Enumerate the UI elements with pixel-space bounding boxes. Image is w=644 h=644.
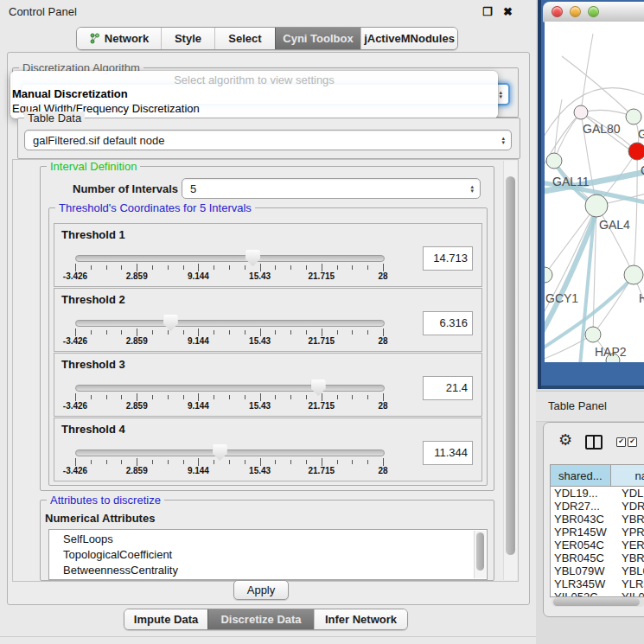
network-edge — [562, 56, 634, 117]
network-node[interactable] — [628, 143, 644, 160]
gear-icon[interactable]: ⚙ — [558, 430, 572, 450]
slider-tick — [306, 330, 307, 335]
table-row[interactable]: YBR045CYBR0 — [551, 552, 644, 564]
network-node[interactable] — [546, 153, 562, 169]
tab-network[interactable]: Network — [77, 28, 161, 49]
tab-label: Impute Data — [134, 613, 198, 626]
list-item[interactable]: BetweennessCentrality — [63, 563, 487, 578]
slider-tick — [183, 460, 184, 464]
checkbox-icon[interactable]: ✔ — [616, 437, 626, 447]
slider-tick — [137, 393, 137, 401]
attributes-list-scrollbar[interactable] — [474, 531, 486, 578]
table-row[interactable]: YDR27...YDR2 — [551, 500, 644, 513]
network-node[interactable] — [585, 327, 601, 342]
network-node[interactable] — [624, 265, 643, 284]
algorithm-combo-placeholder: Select algorithm to view settings — [10, 73, 498, 86]
zoom-traffic-light[interactable] — [588, 6, 599, 17]
slider-tick — [337, 460, 338, 464]
slider-tick — [322, 393, 322, 401]
cell-shared-name: YDR27... — [551, 500, 616, 513]
tab-label: Style — [175, 32, 201, 45]
node-attribute-table[interactable]: shared... na YDL19...YDL1YDR27...YDR2YBR… — [550, 464, 644, 597]
column-header-name[interactable]: na — [611, 465, 644, 486]
column-header-shared-name[interactable]: shared... — [551, 465, 611, 486]
cell-name: YLR3 — [616, 577, 644, 590]
threshold-label: Threshold 4 — [61, 423, 125, 436]
minimize-traffic-light[interactable] — [570, 6, 581, 17]
tab-infer-network[interactable]: Infer Network — [314, 609, 407, 629]
tab-impute-data[interactable]: Impute Data — [124, 609, 207, 629]
number-of-intervals-combobox[interactable]: 5 ▴▾ — [182, 178, 481, 199]
cell-shared-name: YBR045C — [551, 552, 616, 564]
table-row[interactable]: YER054CYER0 — [551, 539, 644, 552]
dropdown-option-manual-discretization[interactable]: Manual Discretization — [12, 87, 128, 100]
tab-style[interactable]: Style — [161, 28, 214, 49]
slider-track[interactable] — [75, 320, 385, 327]
window-frame-edge — [538, 0, 541, 389]
attributes-list-scrollbar-thumb[interactable] — [476, 532, 484, 571]
slider-tick — [290, 265, 291, 270]
slider-tick — [198, 328, 199, 336]
network-edge — [581, 34, 593, 112]
close-panel-icon[interactable]: ✖ — [503, 5, 513, 18]
vertical-scrollbar-thumb[interactable] — [506, 176, 515, 555]
tab-label: Network — [105, 32, 149, 45]
table-row[interactable]: YLR345WYLR3 — [551, 577, 644, 590]
slider-thumb[interactable] — [213, 444, 227, 461]
slider-track[interactable] — [75, 255, 385, 262]
interval-definition-group-title: Interval Definition — [47, 160, 140, 173]
tab-select[interactable]: Select — [214, 28, 275, 49]
cell-shared-name: YDL19... — [551, 487, 616, 500]
numerical-attributes-list[interactable]: SelfLoopsTopologicalCoefficientBetweenne… — [48, 529, 488, 580]
tab-label: Cyni Toolbox — [283, 32, 353, 45]
table-row[interactable]: YBR043CYBR0 — [551, 513, 644, 526]
threshold-label: Threshold 1 — [61, 228, 125, 241]
threshold-value-field[interactable]: 14.713 — [423, 246, 473, 271]
threshold-value-field[interactable]: 21.4 — [423, 376, 473, 400]
tab-jactivemnodules[interactable]: jActiveMNodules — [360, 28, 457, 49]
threshold-value-field[interactable]: 6.316 — [423, 311, 473, 335]
split-view-icon[interactable] — [585, 435, 603, 450]
slider-thumb[interactable] — [163, 315, 178, 331]
slider-track[interactable] — [75, 450, 385, 456]
slider-track[interactable] — [75, 385, 385, 392]
apply-button[interactable]: Apply — [233, 580, 289, 600]
float-window-icon[interactable]: ❒ — [482, 5, 493, 18]
table-row[interactable]: YBL079WYBL0 — [551, 564, 644, 577]
network-node[interactable] — [574, 105, 588, 119]
vertical-scrollbar[interactable] — [503, 161, 517, 580]
slider-tick — [137, 328, 137, 336]
table-row[interactable]: YPR145WYPR1 — [551, 526, 644, 539]
tab-cyni-toolbox[interactable]: Cyni Toolbox — [275, 28, 360, 49]
table-data-combobox[interactable]: galFiltered.sif default node ▴▾ — [24, 130, 512, 150]
slider-tick — [106, 265, 107, 270]
slider-tick-label: 21.715 — [309, 271, 335, 281]
table-row[interactable]: YDL19...YDL1 — [551, 487, 644, 500]
network-node[interactable] — [585, 194, 608, 217]
list-item[interactable]: SelfLoops — [63, 532, 487, 547]
slider-tick-label: 2.859 — [126, 271, 148, 281]
network-edge — [596, 206, 634, 275]
slider-tick — [168, 265, 169, 270]
horizontal-scrollbar-thumb[interactable] — [553, 598, 640, 606]
slider-thumb[interactable] — [245, 250, 260, 266]
table-row[interactable]: YIL052CYIL0 — [551, 590, 644, 597]
network-canvas[interactable]: GAL80GACGAL11GAL4GCY1HHAP2 — [545, 22, 644, 362]
list-item[interactable]: TopologicalCoefficient — [63, 547, 487, 563]
slider-tick — [183, 330, 184, 335]
threshold-value-field[interactable]: 11.344 — [423, 441, 473, 465]
slider-tick — [91, 330, 92, 335]
slider-tick — [290, 330, 291, 335]
network-window-titlebar[interactable] — [543, 2, 644, 22]
horizontal-scrollbar[interactable] — [552, 597, 644, 607]
checkbox-icon[interactable]: ✔ — [628, 437, 637, 447]
close-traffic-light[interactable] — [552, 6, 563, 17]
slider-tick — [91, 265, 92, 270]
tab-discretize-data[interactable]: Discretize Data — [207, 609, 314, 629]
panel-title: Control Panel — [9, 5, 77, 18]
slider-thumb[interactable] — [311, 379, 326, 396]
network-node[interactable] — [626, 109, 641, 124]
tab-label: Discretize Data — [220, 613, 301, 626]
slider-tick — [121, 265, 122, 270]
network-node[interactable] — [545, 267, 552, 283]
